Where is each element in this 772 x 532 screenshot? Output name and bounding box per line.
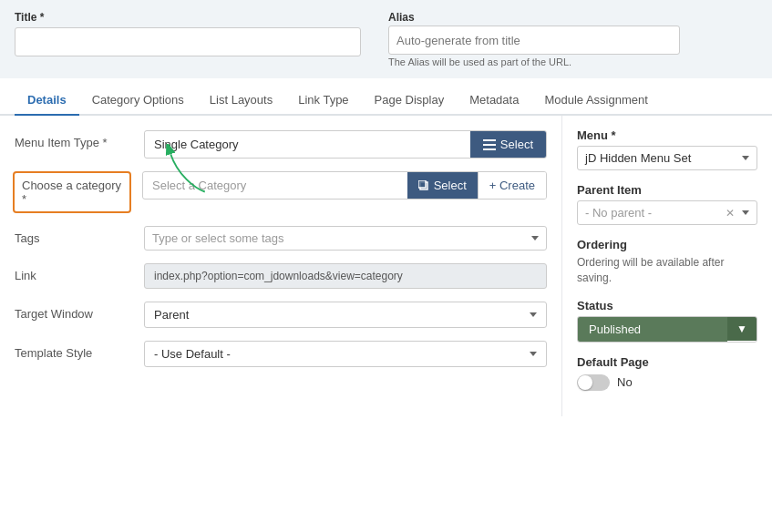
page-wrapper: Title * Alias The Alias will be used as … — [0, 0, 772, 532]
menu-type-field[interactable]: Single Category Select — [144, 130, 547, 159]
right-panel: Menu * jD Hidden Menu Set Parent Item - … — [562, 116, 772, 416]
menu-item-type-controls: Single Category Select — [144, 130, 547, 159]
tags-chevron-icon — [531, 236, 539, 240]
tab-list-layouts[interactable]: List Layouts — [197, 86, 285, 116]
menu-item-type-row: Menu Item Type * Single Category Select — [15, 130, 547, 159]
tab-module-assignment[interactable]: Module Assignment — [531, 86, 660, 116]
link-row: Link index.php?option=com_jdownloads&vie… — [15, 263, 547, 289]
tabs-bar: Details Category Options List Layouts Li… — [0, 86, 772, 116]
parent-item-dropdown[interactable]: - No parent - ✕ — [577, 200, 757, 225]
choose-category-controls: Select a Category Select + Create — [142, 171, 547, 200]
link-label: Link — [15, 263, 133, 282]
menu-chevron-icon — [742, 156, 749, 160]
target-window-chevron-icon — [530, 312, 537, 317]
tab-metadata[interactable]: Metadata — [457, 86, 531, 116]
alias-input[interactable] — [388, 26, 680, 55]
default-page-value: No — [617, 375, 633, 389]
left-panel: Menu Item Type * Single Category Select — [0, 116, 562, 416]
menu-item-type-label: Menu Item Type * — [15, 130, 133, 149]
default-page-label: Default Page — [577, 355, 757, 369]
list-select-icon — [483, 139, 496, 150]
template-style-select[interactable]: - Use Default - — [144, 341, 547, 367]
category-placeholder: Select a Category — [143, 173, 407, 198]
main-content: Menu Item Type * Single Category Select — [0, 116, 772, 416]
default-page-row: No — [577, 374, 757, 391]
template-style-chevron-icon — [530, 352, 537, 356]
choose-category-label: Choose a category * — [13, 171, 131, 213]
category-field[interactable]: Select a Category Select + Create — [142, 171, 547, 200]
tags-label: Tags — [15, 226, 133, 245]
tags-placeholder: Type or select some tags — [152, 231, 284, 245]
ordering-field-group: Ordering Ordering will be available afte… — [577, 238, 757, 286]
default-page-field-group: Default Page No — [577, 355, 757, 391]
status-field-group: Status Published ▼ — [577, 299, 757, 343]
link-controls: index.php?option=com_jdownloads&view=cat… — [144, 263, 547, 289]
template-style-controls: - Use Default - — [144, 341, 547, 367]
title-label: Title * — [15, 11, 361, 24]
title-field-group: Title * — [15, 11, 361, 56]
tab-category-options[interactable]: Category Options — [79, 86, 197, 116]
parent-item-label: Parent Item — [577, 183, 757, 197]
menu-item-select-button[interactable]: Select — [470, 131, 546, 158]
copy-icon — [418, 180, 429, 191]
menu-dropdown[interactable]: jD Hidden Menu Set — [577, 146, 757, 170]
ordering-hint: Ordering will be available after saving. — [577, 255, 757, 286]
status-dropdown[interactable]: Published ▼ — [577, 316, 757, 343]
status-chevron-icon[interactable]: ▼ — [727, 317, 757, 341]
template-style-label: Template Style — [15, 341, 133, 360]
ordering-label: Ordering — [577, 238, 757, 251]
alias-field-group: Alias The Alias will be used as part of … — [388, 11, 680, 67]
target-window-select[interactable]: Parent — [144, 302, 547, 328]
menu-right-label: Menu * — [577, 128, 757, 142]
target-window-label: Target Window — [15, 302, 133, 321]
toggle-knob — [578, 375, 592, 390]
menu-value: jD Hidden Menu Set — [585, 151, 691, 165]
target-window-controls: Parent — [144, 302, 547, 328]
tags-field[interactable]: Type or select some tags — [144, 226, 547, 251]
tab-page-display[interactable]: Page Display — [362, 86, 458, 116]
status-value: Published — [578, 317, 727, 342]
category-create-button[interactable]: + Create — [478, 172, 546, 199]
tab-details[interactable]: Details — [15, 86, 79, 116]
title-input[interactable] — [15, 27, 361, 56]
category-select-button[interactable]: Select — [407, 172, 478, 199]
svg-rect-0 — [483, 139, 496, 141]
parent-item-field-group: Parent Item - No parent - ✕ — [577, 183, 757, 225]
tags-row: Tags Type or select some tags — [15, 226, 547, 251]
target-window-value: Parent — [154, 308, 189, 322]
menu-type-text: Single Category — [145, 132, 470, 157]
alias-label: Alias — [388, 11, 680, 24]
choose-category-row: Choose a category * Select a Category Se… — [15, 171, 547, 213]
svg-rect-2 — [483, 148, 496, 150]
svg-rect-4 — [418, 180, 426, 188]
svg-rect-1 — [483, 144, 496, 146]
link-value: index.php?option=com_jdownloads&view=cat… — [144, 263, 547, 289]
parent-item-clear-button[interactable]: ✕ — [726, 207, 735, 220]
top-section: Title * Alias The Alias will be used as … — [0, 0, 772, 78]
template-style-row: Template Style - Use Default - — [15, 341, 547, 367]
tab-link-type[interactable]: Link Type — [285, 86, 361, 116]
parent-item-value: - No parent - — [585, 206, 652, 220]
default-page-toggle[interactable] — [577, 374, 610, 391]
status-label: Status — [577, 299, 757, 312]
parent-item-chevron-icon — [742, 210, 749, 215]
menu-field-group: Menu * jD Hidden Menu Set — [577, 128, 757, 170]
alias-hint: The Alias will be used as part of the UR… — [388, 56, 680, 67]
target-window-row: Target Window Parent — [15, 302, 547, 328]
tags-controls: Type or select some tags — [144, 226, 547, 251]
template-style-value: - Use Default - — [154, 347, 231, 361]
